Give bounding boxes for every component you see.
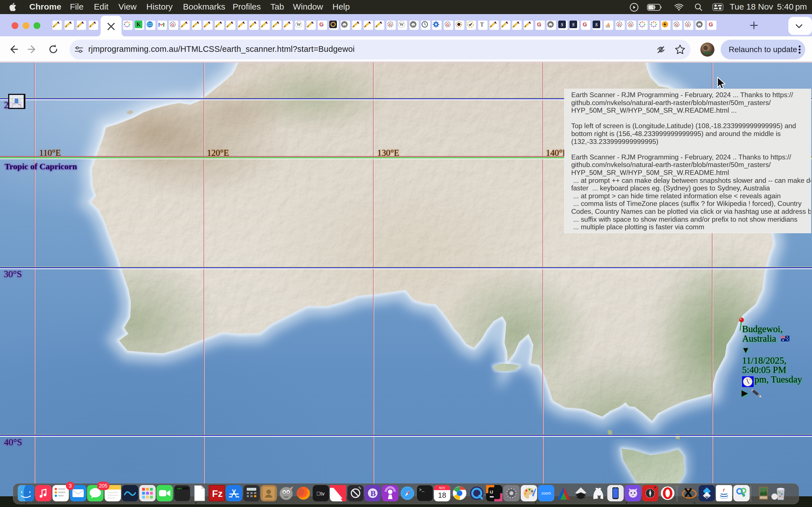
svg-text:30°S: 30°S: [4, 269, 22, 279]
svg-text:130°E: 130°E: [377, 148, 399, 158]
svg-text:G: G: [446, 22, 449, 27]
svg-text:B: B: [370, 489, 376, 498]
svg-text:▶: ▶: [742, 388, 748, 397]
svg-text:G: G: [537, 21, 541, 27]
svg-text:W: W: [297, 22, 301, 27]
svg-text:>_: >_: [419, 488, 424, 493]
svg-text:G: G: [319, 21, 324, 27]
svg-text:W: W: [400, 22, 404, 27]
svg-text:G: G: [171, 22, 174, 27]
svg-text:K: K: [137, 22, 140, 27]
svg-text:G: G: [687, 22, 689, 27]
svg-text:W: W: [705, 496, 708, 499]
svg-text:IJ: IJ: [490, 490, 493, 494]
svg-text:pm, Tuesday: pm, Tuesday: [755, 374, 802, 385]
svg-text:110°E: 110°E: [39, 148, 61, 158]
svg-text:zoom: zoom: [541, 491, 551, 496]
svg-text:Budgewoi,: Budgewoi,: [742, 324, 783, 334]
svg-text:tv: tv: [316, 491, 325, 497]
svg-text:G: G: [618, 22, 620, 27]
svg-text:120°E: 120°E: [207, 148, 229, 158]
svg-text:Fz: Fz: [212, 488, 223, 499]
svg-text:NOV: NOV: [439, 487, 445, 490]
svg-text:40°S: 40°S: [4, 437, 22, 447]
svg-text:T: T: [480, 21, 484, 28]
svg-text:S: S: [595, 22, 598, 27]
svg-text:18: 18: [438, 491, 446, 499]
svg-text:11/18/2025,: 11/18/2025,: [742, 355, 786, 365]
svg-text:G: G: [583, 21, 587, 27]
svg-text:5:40:05 PM: 5:40:05 PM: [742, 365, 786, 375]
svg-text:S: S: [561, 22, 563, 27]
svg-text:G: G: [709, 21, 713, 27]
svg-text:G: G: [629, 22, 632, 27]
svg-text:Australia: Australia: [742, 334, 776, 344]
svg-text:S: S: [572, 22, 574, 27]
svg-text:G: G: [675, 22, 678, 27]
svg-text:EXEC: EXEC: [177, 487, 182, 490]
svg-text:G: G: [389, 22, 392, 27]
svg-text:Tropic of Capricorn: Tropic of Capricorn: [4, 162, 77, 171]
svg-text:▼: ▼: [742, 345, 750, 355]
